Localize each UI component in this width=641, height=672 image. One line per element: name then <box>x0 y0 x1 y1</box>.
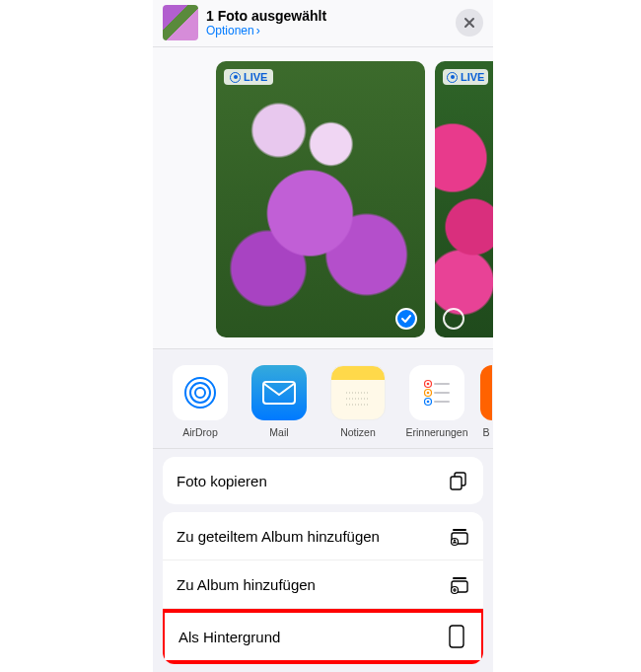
svg-rect-18 <box>453 529 466 531</box>
shared-album-icon <box>448 525 469 547</box>
svg-point-0 <box>195 388 205 398</box>
action-set-wallpaper[interactable]: Als Hintergrund <box>165 613 481 660</box>
svg-point-11 <box>427 392 430 395</box>
app-label: Mail <box>269 426 288 438</box>
photo-thumbnail[interactable]: LIVE <box>435 61 493 337</box>
live-photo-badge: LIVE <box>443 69 488 85</box>
svg-rect-22 <box>453 577 466 579</box>
check-icon <box>400 313 412 325</box>
svg-rect-3 <box>263 382 295 404</box>
svg-point-21 <box>454 539 456 541</box>
action-label: Zu geteiltem Album hinzufügen <box>177 528 380 545</box>
svg-rect-27 <box>450 626 463 647</box>
unselected-ring[interactable] <box>443 308 464 330</box>
action-group: Zu geteiltem Album hinzufügen Zu Album h… <box>163 512 483 664</box>
airdrop-icon <box>173 365 228 420</box>
app-label: Erinnerungen <box>405 426 467 438</box>
selected-checkmark[interactable] <box>395 308 417 330</box>
share-sheet-header: 1 Foto ausgewählt Optionen › <box>153 0 493 47</box>
wallpaper-icon <box>446 626 467 647</box>
action-label: Zu Album hinzufügen <box>177 576 316 593</box>
live-photo-badge: LIVE <box>224 69 273 85</box>
action-label: Foto kopieren <box>177 473 267 489</box>
share-app-mail[interactable]: Mail <box>240 365 319 438</box>
selection-count-title: 1 Foto ausgewählt <box>206 8 456 24</box>
app-label: B <box>482 426 489 438</box>
live-icon <box>447 72 458 83</box>
action-add-shared-album[interactable]: Zu geteiltem Album hinzufügen <box>163 512 483 560</box>
share-app-reminders[interactable]: Erinnerungen <box>397 365 476 438</box>
share-app-notes[interactable]: Notizen <box>319 365 397 438</box>
close-icon <box>463 17 475 29</box>
action-group: Foto kopieren <box>163 457 483 504</box>
photo-thumbnail[interactable]: LIVE <box>216 61 425 337</box>
share-sheet: 1 Foto ausgewählt Optionen › LIVE LIVE <box>153 0 493 672</box>
svg-rect-17 <box>451 477 462 489</box>
close-button[interactable] <box>456 9 483 37</box>
action-label: Als Hintergrund <box>178 629 280 645</box>
notes-icon <box>330 365 386 420</box>
options-link[interactable]: Optionen › <box>206 24 456 37</box>
app-label: AirDrop <box>182 426 218 438</box>
action-copy-photo[interactable]: Foto kopieren <box>163 457 483 504</box>
header-text: 1 Foto ausgewählt Optionen › <box>206 8 456 37</box>
action-list: Foto kopieren Zu geteiltem Album hinzufü… <box>153 449 493 672</box>
app-label: Notizen <box>340 426 376 438</box>
copy-icon <box>448 470 469 491</box>
mail-icon <box>251 365 307 420</box>
svg-point-1 <box>190 383 210 403</box>
selection-thumbnail <box>163 5 198 40</box>
annotation-highlight: Als Hintergrund <box>163 609 483 664</box>
reminders-icon <box>409 365 464 420</box>
svg-point-14 <box>427 401 430 404</box>
svg-point-8 <box>427 383 430 386</box>
live-icon <box>230 72 241 83</box>
share-app-airdrop[interactable]: AirDrop <box>161 365 240 438</box>
app-icon-partial <box>480 365 492 420</box>
app-share-row[interactable]: AirDrop Mail Notizen Erinnerungen <box>153 349 493 449</box>
photo-preview-row[interactable]: LIVE LIVE <box>153 47 493 349</box>
action-add-album[interactable]: Zu Album hinzufügen <box>163 560 483 609</box>
options-label: Optionen <box>206 24 254 37</box>
share-app-cut[interactable]: B <box>476 365 496 438</box>
add-album-icon <box>448 573 469 595</box>
chevron-right-icon: › <box>256 24 260 37</box>
